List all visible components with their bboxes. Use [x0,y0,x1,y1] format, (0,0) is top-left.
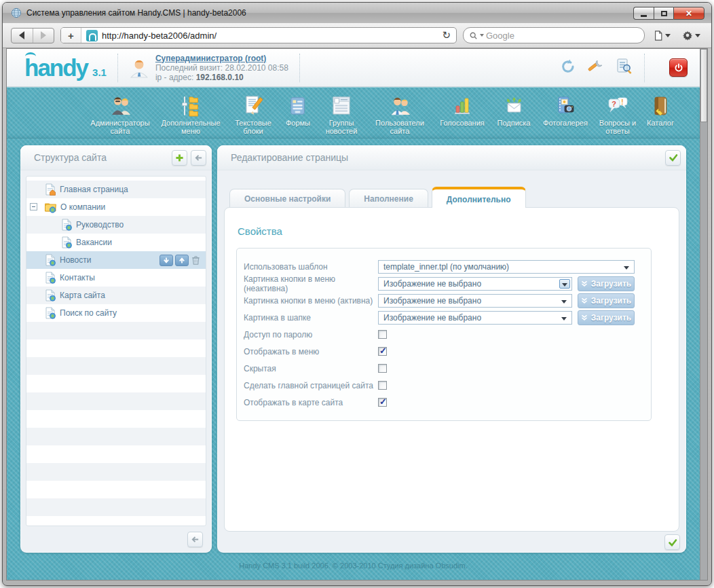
page-globe-icon [44,289,56,301]
move-down-button[interactable] [159,255,173,266]
checkbox-row-show-in-menu: Отображать в меню [244,344,635,359]
tree-item-sitemap[interactable]: Карта сайта [26,287,206,304]
upload-label: Загрузить [591,296,631,306]
hidden-checkbox[interactable] [378,364,387,373]
trash-icon [191,255,201,265]
menu-image-inactive-select[interactable]: Изображение не выбрано [378,277,572,291]
show-in-sitemap-checkbox[interactable] [378,398,387,407]
last-visit-text: Последний визит: 28.02.2010 08:58 [155,63,288,73]
refresh-icon[interactable] [560,58,576,77]
module-news-groups[interactable]: Группы новостей [316,92,367,135]
address-bar[interactable]: + ↻ [60,27,457,43]
site-users-icon [388,92,412,117]
arrow-left-icon [194,153,203,162]
save-bottom-button[interactable] [664,534,680,550]
web-search-input[interactable] [486,31,639,41]
module-toolbar: Администраторы сайта Дополнительные меню… [7,87,700,139]
module-label: Администраторы сайта [86,119,155,135]
forward-button[interactable] [33,29,54,43]
upload-header-button[interactable]: Загрузить [578,310,635,325]
tree-item-contacts[interactable]: Контакты [26,269,206,287]
tree-item-site-search[interactable]: Поиск по сайту [26,304,206,322]
site-structure-panel: Структура сайта Главна [20,145,212,553]
tree-item-label[interactable]: Контакты [60,273,95,282]
module-site-admins[interactable]: Администраторы сайта [86,92,155,135]
collapse-sidebar-button[interactable] [191,150,206,166]
module-votings[interactable]: Голосования [433,92,491,127]
reload-icon[interactable]: ↻ [442,29,451,41]
user-block: Суперадминистратор (root) Последний визи… [129,54,288,82]
module-questions-answers[interactable]: !? Вопросы и ответы [595,92,641,135]
maximize-button[interactable] [654,7,673,20]
site-favicon-icon [86,30,98,41]
page-edit-footer [217,532,686,553]
upload-inactive-button[interactable]: Загрузить [578,276,635,291]
password-access-checkbox[interactable] [378,330,387,339]
collapse-sidebar-bottom-button[interactable] [187,532,203,547]
power-icon [674,63,683,73]
page-globe-icon [44,272,56,284]
module-text-blocks[interactable]: Текстовые блоки [227,92,280,135]
upload-label: Загрузить [591,279,631,289]
tab-content[interactable]: Наполнение [349,189,428,207]
tree-item-label[interactable]: Новости [60,255,91,265]
tree-item-vacancies[interactable]: Вакансии [26,234,206,251]
template-select[interactable]: template_inner.tpl (по умолчанию) [378,260,635,274]
form-row-menu-image-active: Картинка кнопки в меню (активна) Изображ… [244,293,635,308]
collapse-node-icon[interactable] [30,203,37,210]
module-label: Фотогалерея [543,119,588,127]
dropdown-button[interactable] [559,279,570,289]
show-in-menu-checkbox[interactable] [378,347,387,356]
module-label: Пользователи сайта [367,119,433,135]
page-viewport: handy 3.1 Суперадминистратор (root) Посл… [6,48,708,581]
checkbox-row-make-homepage: Сделать главной страницей сайта [244,378,635,392]
tree-item-home[interactable]: Главная страница [26,181,206,198]
page-menu-button[interactable] [651,29,673,43]
header-image-select[interactable]: Изображение не выбрано [378,311,572,325]
site-structure-header: Структура сайта [20,145,212,170]
user-profile-link[interactable]: Суперадминистратор (root) [155,54,266,63]
module-catalog[interactable]: Каталог [641,92,680,127]
module-extra-menus[interactable]: Дополнительные меню [155,92,227,135]
tree-item-news[interactable]: Новости [26,251,206,269]
tree-item-management[interactable]: Руководство [26,216,206,234]
menu-image-active-select[interactable]: Изображение не выбрано [378,294,572,308]
tree-item-label[interactable]: Главная страница [60,185,128,194]
field-label: Картинка кнопки в меню (неактивна) [244,274,378,293]
tree-item-label[interactable]: Руководство [76,220,124,229]
module-subscription[interactable]: Подписка [491,92,536,127]
tree-item-label[interactable]: Поиск по сайту [60,308,117,318]
search-engine-caret-icon[interactable] [480,34,484,39]
svg-text:!: ! [621,98,623,106]
move-up-button[interactable] [175,255,189,266]
scrollbar-thumb[interactable] [700,49,707,122]
tree-item-label[interactable]: Вакансии [76,238,112,247]
module-site-users[interactable]: Пользователи сайта [367,92,433,135]
close-icon: ✕ [685,9,692,18]
search-field[interactable] [463,27,645,43]
url-input[interactable] [102,31,436,41]
module-forms[interactable]: Формы [280,92,316,127]
add-page-button[interactable] [172,150,187,166]
tree-item-label[interactable]: О компании [60,202,105,212]
back-button[interactable] [12,29,33,43]
vertical-scrollbar[interactable] [700,49,707,580]
tools-icon[interactable] [587,58,605,77]
tree-item-label[interactable]: Карта сайта [60,291,105,300]
tab-advanced[interactable]: Дополнительно [432,187,526,208]
upload-active-button[interactable]: Загрузить [578,293,635,308]
cms-page: handy 3.1 Суперадминистратор (root) Посл… [7,49,700,580]
module-photo-gallery[interactable]: Фотогалерея [536,92,595,127]
make-homepage-checkbox[interactable] [378,381,387,390]
logout-button[interactable] [669,58,688,77]
settings-menu-button[interactable] [679,29,703,42]
save-top-button[interactable] [665,150,681,166]
tab-general-settings[interactable]: Основные настройки [229,189,345,207]
delete-page-button[interactable] [191,255,201,265]
minimize-button[interactable] [633,7,654,20]
preview-search-icon[interactable] [616,58,633,77]
add-bookmark-button[interactable]: + [61,28,81,43]
tree-item-about[interactable]: О компании [26,198,206,216]
close-button[interactable]: ✕ [673,7,704,20]
select-value: Изображение не выбрано [383,296,481,306]
